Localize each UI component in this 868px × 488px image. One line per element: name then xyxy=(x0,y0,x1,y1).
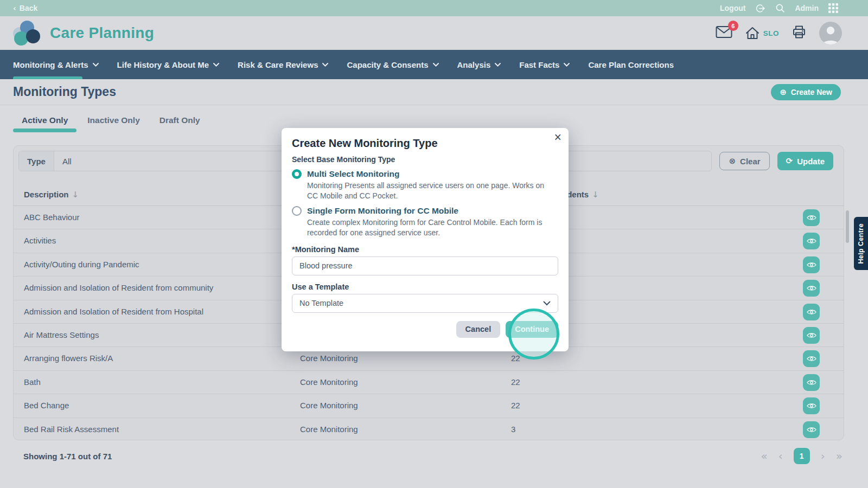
pagination-next-button[interactable]: › xyxy=(821,451,825,461)
chevron-down-icon xyxy=(322,63,328,67)
chevron-down-icon xyxy=(433,63,439,67)
app-title: Care Planning xyxy=(50,24,154,42)
home-icon xyxy=(745,27,760,40)
table-footer: Showing 1-71 out of 71 « ‹ 1 › » xyxy=(13,440,843,472)
user-avatar[interactable] xyxy=(819,22,842,44)
view-button[interactable] xyxy=(803,304,820,320)
brand: Care Planning xyxy=(13,21,154,46)
tab-inactive-only[interactable]: Inactive Only xyxy=(87,115,139,125)
create-new-button[interactable]: ⊕ Create New xyxy=(771,84,841,100)
table-row[interactable]: Bed Rail Risk Assessment Core Monitoring… xyxy=(14,418,844,440)
app-header: Care Planning 6 SLO xyxy=(0,16,868,50)
view-button[interactable] xyxy=(803,280,820,297)
help-centre-tab[interactable]: Help Centre xyxy=(854,217,868,270)
chevron-down-icon xyxy=(93,63,99,67)
create-monitoring-type-modal: × Create New Monitoring Type Select Base… xyxy=(282,128,569,351)
eye-icon xyxy=(807,379,816,386)
view-button[interactable] xyxy=(803,350,820,367)
nav-fast-facts[interactable]: Fast Facts xyxy=(519,50,570,79)
modal-subtitle: Select Base Monitoring Type xyxy=(292,155,558,164)
eye-icon xyxy=(807,309,816,316)
results-count: Showing 1-71 out of 71 xyxy=(13,452,112,461)
column-header-description[interactable]: Description↓ xyxy=(24,190,79,200)
radio-selected-icon[interactable] xyxy=(292,169,302,179)
pagination-current-page[interactable]: 1 xyxy=(794,448,810,464)
top-bar: ‹ Back Logout Admin xyxy=(0,0,868,16)
view-button[interactable] xyxy=(803,233,820,249)
page-title-bar: Monitoring Types ⊕ Create New xyxy=(0,79,868,105)
clear-circle-x-icon: ⊗ xyxy=(729,156,736,166)
page-title: Monitoring Types xyxy=(13,85,116,99)
view-button[interactable] xyxy=(803,421,820,438)
chevron-down-icon xyxy=(564,63,570,67)
nav-monitoring-alerts[interactable]: Monitoring & Alerts xyxy=(13,50,99,79)
back-chevron-icon: ‹ xyxy=(13,4,16,12)
pagination: « ‹ 1 › » xyxy=(761,448,843,464)
tab-draft-only[interactable]: Draft Only xyxy=(159,115,200,125)
cancel-button[interactable]: Cancel xyxy=(456,321,501,338)
tab-active-only[interactable]: Active Only xyxy=(22,115,68,125)
table-row[interactable]: Bath Core Monitoring 22 xyxy=(14,371,844,394)
modal-actions: Cancel Continue xyxy=(292,321,558,338)
eye-icon xyxy=(807,237,816,245)
nav-life-history[interactable]: Life History & About Me xyxy=(117,50,219,79)
radio-single-form-monitoring[interactable]: Single Form Monitoring for CC Mobile xyxy=(292,206,558,216)
main-nav: Monitoring & Alerts Life History & About… xyxy=(0,50,868,79)
monitoring-name-input[interactable] xyxy=(292,256,558,275)
radio-unselected-icon[interactable] xyxy=(292,206,302,216)
table-row[interactable]: Bed Change Core Monitoring 22 xyxy=(14,394,844,418)
plus-circle-icon: ⊕ xyxy=(780,87,787,97)
view-button[interactable] xyxy=(803,327,820,344)
eye-icon xyxy=(807,214,816,221)
nav-capacity-consents[interactable]: Capacity & Consents xyxy=(347,50,438,79)
option-description: Create complex Monitoring form for Care … xyxy=(307,217,552,238)
back-button[interactable]: ‹ Back xyxy=(13,4,37,12)
view-button[interactable] xyxy=(803,209,820,226)
radio-multi-select-monitoring[interactable]: Multi Select Monitoring xyxy=(292,169,558,179)
messages-button[interactable]: 6 xyxy=(716,25,732,41)
messages-badge: 6 xyxy=(728,21,738,31)
pagination-prev-button[interactable]: ‹ xyxy=(778,451,783,461)
app-logo-icon xyxy=(13,21,42,46)
eye-icon xyxy=(807,402,816,409)
eye-icon xyxy=(807,261,816,268)
eye-icon xyxy=(807,355,816,362)
scrollbar-thumb[interactable] xyxy=(846,210,849,243)
template-select[interactable]: No Template xyxy=(292,294,558,313)
type-filter-label: Type xyxy=(19,151,54,171)
update-button[interactable]: ⟳ Update xyxy=(777,152,833,170)
modal-title: Create New Monitoring Type xyxy=(292,137,558,150)
chevron-down-icon xyxy=(495,63,501,67)
sort-desc-icon: ↓ xyxy=(592,190,599,200)
view-button[interactable] xyxy=(803,374,820,391)
back-label: Back xyxy=(20,4,37,12)
close-icon[interactable]: × xyxy=(554,131,561,144)
logout-link[interactable]: Logout xyxy=(720,4,745,12)
template-label: Use a Template xyxy=(292,282,558,291)
sort-desc-icon: ↓ xyxy=(72,190,79,200)
continue-button[interactable]: Continue xyxy=(506,321,558,338)
nav-care-plan-corrections[interactable]: Care Plan Corrections xyxy=(588,50,674,79)
pagination-last-button[interactable]: » xyxy=(836,451,843,461)
refresh-icon: ⟳ xyxy=(786,156,793,166)
eye-icon xyxy=(807,426,816,433)
monitoring-name-label: *Monitoring Name xyxy=(292,245,558,254)
view-button[interactable] xyxy=(803,256,820,273)
view-button[interactable] xyxy=(803,397,820,414)
apps-grid-icon[interactable] xyxy=(828,3,838,13)
logout-icon[interactable] xyxy=(755,3,765,14)
nav-analysis[interactable]: Analysis xyxy=(457,50,501,79)
clear-button[interactable]: ⊗ Clear xyxy=(719,152,769,170)
chevron-down-icon xyxy=(213,63,219,67)
template-select-value: No Template xyxy=(299,299,343,307)
site-code-label: SLO xyxy=(763,29,779,37)
search-icon[interactable] xyxy=(775,3,785,13)
printer-icon xyxy=(792,25,806,39)
nav-risk-care-reviews[interactable]: Risk & Care Reviews xyxy=(238,50,328,79)
admin-link[interactable]: Admin xyxy=(795,4,819,12)
print-button[interactable] xyxy=(792,25,806,41)
pagination-first-button[interactable]: « xyxy=(761,451,768,461)
eye-icon xyxy=(807,285,816,292)
eye-icon xyxy=(807,332,816,339)
home-button[interactable]: SLO xyxy=(745,27,779,40)
